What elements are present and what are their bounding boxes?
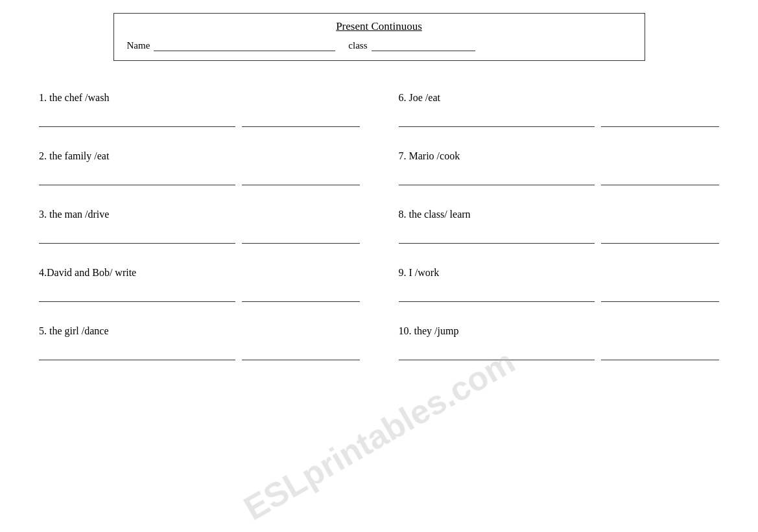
answer-line-7 <box>399 174 720 185</box>
answer-segment-1-8[interactable] <box>399 232 595 244</box>
answer-line-6 <box>399 115 720 127</box>
worksheet-title: Present Continuous <box>127 20 632 33</box>
answer-line-8 <box>399 232 720 244</box>
answer-line-10 <box>399 349 720 360</box>
answer-segment-2-10[interactable] <box>601 349 719 360</box>
exercise-prompt-10: 10. they /jump <box>399 325 720 337</box>
exercise-item-5: 5. the girl /dance <box>39 314 360 372</box>
exercise-item-8: 8. the class/ learn <box>399 197 720 255</box>
answer-segment-2-5[interactable] <box>242 349 360 360</box>
answer-segment-1-9[interactable] <box>399 290 595 302</box>
answer-segment-1-4[interactable] <box>39 290 235 302</box>
exercise-prompt-6: 6. Joe /eat <box>399 92 720 104</box>
name-field[interactable] <box>154 40 335 51</box>
exercise-prompt-8: 8. the class/ learn <box>399 209 720 220</box>
exercise-item-10: 10. they /jump <box>399 314 720 372</box>
answer-line-4 <box>39 290 360 302</box>
exercises-grid: 1. the chef /wash6. Joe /eat2. the famil… <box>26 80 732 372</box>
class-label: class <box>348 40 367 51</box>
exercise-item-2: 2. the family /eat <box>39 139 360 197</box>
exercise-item-9: 9. I /work <box>399 255 720 314</box>
answer-segment-1-7[interactable] <box>399 174 595 185</box>
answer-segment-1-6[interactable] <box>399 115 595 127</box>
answer-segment-1-1[interactable] <box>39 115 235 127</box>
answer-segment-2-1[interactable] <box>242 115 360 127</box>
exercise-item-7: 7. Mario /cook <box>399 139 720 197</box>
answer-line-2 <box>39 174 360 185</box>
exercise-item-4: 4.David and Bob/ write <box>39 255 360 314</box>
class-field[interactable] <box>372 40 475 51</box>
answer-segment-1-10[interactable] <box>399 349 595 360</box>
exercise-prompt-4: 4.David and Bob/ write <box>39 267 360 279</box>
answer-segment-2-2[interactable] <box>242 174 360 185</box>
exercise-prompt-3: 3. the man /drive <box>39 209 360 220</box>
exercise-prompt-2: 2. the family /eat <box>39 150 360 162</box>
answer-segment-2-4[interactable] <box>242 290 360 302</box>
answer-segment-2-3[interactable] <box>242 232 360 244</box>
answer-segment-2-6[interactable] <box>601 115 719 127</box>
exercise-item-6: 6. Joe /eat <box>399 80 720 139</box>
answer-segment-2-7[interactable] <box>601 174 719 185</box>
exercise-prompt-7: 7. Mario /cook <box>399 150 720 162</box>
answer-line-1 <box>39 115 360 127</box>
answer-line-5 <box>39 349 360 360</box>
exercise-item-3: 3. the man /drive <box>39 197 360 255</box>
answer-segment-1-2[interactable] <box>39 174 235 185</box>
answer-segment-1-3[interactable] <box>39 232 235 244</box>
exercise-prompt-5: 5. the girl /dance <box>39 325 360 337</box>
exercise-item-1: 1. the chef /wash <box>39 80 360 139</box>
exercise-prompt-9: 9. I /work <box>399 267 720 279</box>
answer-segment-1-5[interactable] <box>39 349 235 360</box>
answer-segment-2-9[interactable] <box>601 290 719 302</box>
exercise-prompt-1: 1. the chef /wash <box>39 92 360 104</box>
name-label: Name <box>127 40 150 51</box>
name-class-line: Name class <box>127 40 632 51</box>
answer-segment-2-8[interactable] <box>601 232 719 244</box>
answer-line-3 <box>39 232 360 244</box>
answer-line-9 <box>399 290 720 302</box>
header-box: Present Continuous Name class <box>113 13 645 61</box>
